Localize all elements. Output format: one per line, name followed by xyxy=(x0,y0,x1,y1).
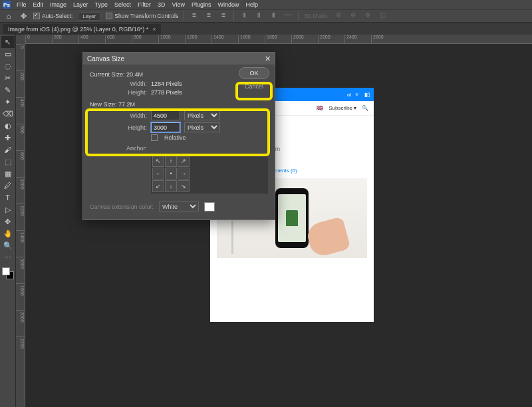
menu-image[interactable]: Image xyxy=(47,1,70,8)
lasso-tool[interactable]: ◌ xyxy=(1,60,15,72)
menubar: Ps File Edit Image Layer Type Select Fil… xyxy=(0,0,532,9)
ok-button[interactable]: OK xyxy=(239,67,269,79)
menu-window[interactable]: Window xyxy=(215,1,243,8)
current-width-value: 1284 Pixels xyxy=(151,80,182,87)
3d-pan-icon: ⊗ xyxy=(348,11,358,21)
move-tool-icon: ✥ xyxy=(19,11,28,21)
menu-plugins[interactable]: Plugins xyxy=(188,1,215,8)
brush-tool[interactable]: ◐ xyxy=(1,120,15,132)
3d-orbit-icon: ⊕ xyxy=(334,11,343,21)
current-width-label: Width: xyxy=(90,80,147,87)
autoselect-label: Auto-Select: xyxy=(42,13,72,19)
menu-filter[interactable]: Filter xyxy=(134,1,154,8)
hand-tool[interactable]: 🤚 xyxy=(1,227,15,239)
current-height-label: Height: xyxy=(90,89,147,96)
new-width-label: Width: xyxy=(90,112,147,119)
cancel-button[interactable]: Cancel xyxy=(239,82,269,91)
anchor-e[interactable]: → xyxy=(178,168,190,180)
canvas-size-dialog: Canvas Size ✕ OK Cancel Current Size: 20… xyxy=(82,52,275,220)
relative-checkbox[interactable] xyxy=(151,134,158,141)
options-bar: ⌂ ✥ Auto-Select: Layer Show Transform Co… xyxy=(0,9,532,23)
autoselect-dropdown[interactable]: Layer xyxy=(78,12,100,21)
pen-tool[interactable]: 🖊 xyxy=(1,180,15,192)
anchor-sw[interactable]: ↙ xyxy=(152,180,164,192)
heal-tool[interactable]: ⌫ xyxy=(1,108,15,120)
dialog-titlebar[interactable]: Canvas Size ✕ xyxy=(83,53,275,65)
subscribe-link: Subscribe ▾ xyxy=(329,105,356,111)
close-icon[interactable]: ✕ xyxy=(265,55,271,63)
menu-layer[interactable]: Layer xyxy=(70,1,92,8)
move-tool[interactable]: ↖ xyxy=(1,36,15,48)
menu-file[interactable]: File xyxy=(13,1,30,8)
history-brush-tool[interactable]: 🖌 xyxy=(1,144,15,156)
align-right-icon[interactable]: ≡ xyxy=(219,11,228,21)
menu-view[interactable]: View xyxy=(169,1,188,8)
height-units-select[interactable]: Pixels xyxy=(184,122,220,132)
new-height-label: Height: xyxy=(90,124,147,131)
current-height-value: 2778 Pixels xyxy=(151,89,182,96)
anchor-label: Anchor: xyxy=(90,145,147,152)
transform-checkbox[interactable] xyxy=(106,13,112,19)
home-icon[interactable]: ⌂ xyxy=(4,11,13,21)
anchor-s[interactable]: ↓ xyxy=(165,180,177,192)
type-tool[interactable]: T xyxy=(1,192,15,204)
dialog-title: Canvas Size xyxy=(87,55,124,63)
menu-select[interactable]: Select xyxy=(111,1,134,8)
battery-icon: ▮▯ xyxy=(364,92,370,98)
edit-toolbar[interactable]: ⋯ xyxy=(1,251,15,263)
more-icon[interactable]: ⋯ xyxy=(283,11,293,21)
document-tab-title: Image from iOS (4).png @ 25% (Layer 0, R… xyxy=(8,26,148,33)
menu-help[interactable]: Help xyxy=(243,1,262,8)
new-size-label: New Size: 77.2M xyxy=(90,101,268,108)
color-swatches[interactable] xyxy=(2,267,14,279)
width-input[interactable] xyxy=(151,110,180,120)
toolbox: ↖ ▭ ◌ ✂ ✎ ✦ ⌫ ◐ ✚ 🖌 ⬚ ▦ 🖊 T ▷ ✥ 🤚 🔍 ⋯ xyxy=(0,35,16,407)
width-units-select[interactable]: Pixels xyxy=(184,110,220,120)
align-center-icon[interactable]: ≡ xyxy=(204,11,213,21)
3d-move-icon: ✥ xyxy=(363,11,372,21)
menu-3d[interactable]: 3D xyxy=(154,1,169,8)
eyedropper-tool[interactable]: ✦ xyxy=(1,96,15,108)
close-tab-icon[interactable]: × xyxy=(152,26,156,33)
menu-edit[interactable]: Edit xyxy=(30,1,47,8)
extension-color-label: Canvas extension color: xyxy=(90,204,154,210)
search-icon: 🔍 xyxy=(362,105,368,111)
extension-color-select[interactable]: White xyxy=(159,202,199,211)
distribute-icon-3[interactable]: ⫴ xyxy=(269,11,278,21)
path-tool[interactable]: ▷ xyxy=(1,204,15,215)
signal-icon: ııl xyxy=(347,92,351,98)
relative-label: Relative xyxy=(164,134,186,141)
autoselect-checkbox[interactable] xyxy=(33,13,40,19)
crop-tool[interactable]: ✂ xyxy=(1,72,15,84)
stamp-tool[interactable]: ✚ xyxy=(1,132,15,144)
gradient-tool[interactable]: ▦ xyxy=(1,168,15,180)
document-tab[interactable]: Image from iOS (4).png @ 25% (Layer 0, R… xyxy=(3,24,161,35)
flag-icon: 🇬🇧 xyxy=(317,105,323,111)
anchor-c[interactable]: • xyxy=(165,168,177,180)
horizontal-ruler: 0 200 400 600 800 1000 1200 1400 1600 18… xyxy=(25,35,532,44)
document-tabs: Image from iOS (4).png @ 25% (Layer 0, R… xyxy=(0,23,532,35)
align-left-icon[interactable]: ≡ xyxy=(190,11,199,21)
distribute-icon-2[interactable]: ⫴ xyxy=(254,11,263,21)
anchor-ne[interactable]: ↗ xyxy=(178,155,190,167)
foreground-color-swatch[interactable] xyxy=(2,267,10,275)
anchor-w[interactable]: ← xyxy=(152,168,164,180)
height-input[interactable] xyxy=(151,122,180,132)
vertical-ruler: 0 200 400 600 800 1000 1200 1400 1600 18… xyxy=(16,44,25,407)
anchor-n[interactable]: ↑ xyxy=(165,155,177,167)
anchor-se[interactable]: ↘ xyxy=(178,180,190,192)
ruler-corner xyxy=(16,35,25,44)
app-logo-icon: Ps xyxy=(3,1,11,9)
menu-type[interactable]: Type xyxy=(92,1,112,8)
3d-mode-label: 3D Mode: xyxy=(304,13,329,19)
extension-color-swatch[interactable] xyxy=(204,202,215,211)
canvas-area: 0 200 400 600 800 1000 1200 1400 1600 18… xyxy=(16,35,532,407)
distribute-icon[interactable]: ⫴ xyxy=(239,11,249,21)
eraser-tool[interactable]: ⬚ xyxy=(1,156,15,168)
frame-tool[interactable]: ✎ xyxy=(1,84,15,96)
anchor-grid[interactable]: ↖ ↑ ↗ ← • → ↙ ↓ ↘ xyxy=(151,154,268,194)
zoom-tool[interactable]: 🔍 xyxy=(1,239,15,251)
shape-tool[interactable]: ✥ xyxy=(1,215,15,227)
anchor-nw[interactable]: ↖ xyxy=(152,155,164,167)
marquee-tool[interactable]: ▭ xyxy=(1,48,15,60)
